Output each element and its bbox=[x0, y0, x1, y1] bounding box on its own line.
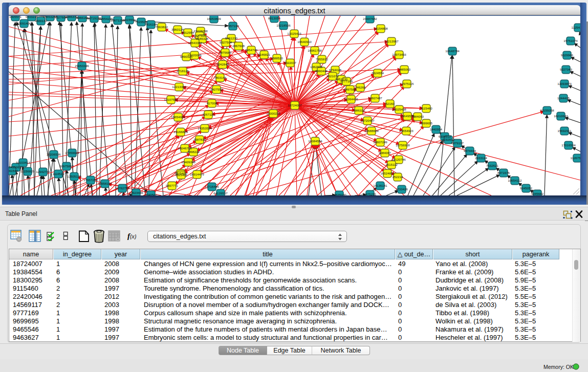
svg-text:10648784: 10648784 bbox=[445, 49, 460, 53]
svg-text:9245052: 9245052 bbox=[520, 186, 533, 190]
svg-text:1733426: 1733426 bbox=[396, 187, 408, 191]
svg-text:7625402: 7625402 bbox=[175, 173, 188, 177]
svg-text:252214: 252214 bbox=[393, 175, 403, 179]
svg-text:21364436: 21364436 bbox=[344, 97, 358, 101]
svg-text:417006: 417006 bbox=[207, 101, 217, 105]
svg-text:62160: 62160 bbox=[385, 102, 395, 105]
svg-text:8912954: 8912954 bbox=[182, 31, 194, 34]
svg-text:9240502: 9240502 bbox=[145, 193, 158, 195]
svg-text:8990448: 8990448 bbox=[315, 69, 328, 73]
svg-text:14353594: 14353594 bbox=[198, 126, 212, 130]
svg-text:24487682: 24487682 bbox=[363, 17, 377, 20]
svg-text:23091406: 23091406 bbox=[17, 21, 31, 25]
svg-text:64835030: 64835030 bbox=[332, 193, 346, 195]
svg-text:1440954: 1440954 bbox=[430, 127, 443, 131]
svg-text:1405571: 1405571 bbox=[9, 16, 22, 18]
svg-text:9777169: 9777169 bbox=[340, 79, 353, 83]
svg-text:9115460: 9115460 bbox=[420, 106, 432, 110]
svg-text:9427552: 9427552 bbox=[210, 87, 223, 91]
svg-text:18300215: 18300215 bbox=[266, 112, 280, 115]
svg-text:10654112: 10654112 bbox=[508, 179, 522, 182]
svg-text:7803144: 7803144 bbox=[214, 76, 227, 79]
svg-text:8471676: 8471676 bbox=[497, 171, 510, 174]
svg-text:29053346: 29053346 bbox=[75, 64, 89, 68]
svg-text:13325419: 13325419 bbox=[287, 32, 301, 35]
svg-text:12505135: 12505135 bbox=[67, 174, 81, 178]
svg-text:10107552: 10107552 bbox=[164, 98, 178, 101]
svg-text:2718126: 2718126 bbox=[177, 69, 189, 73]
svg-text:9600133: 9600133 bbox=[35, 19, 48, 23]
svg-text:3498222: 3498222 bbox=[187, 150, 200, 154]
svg-text:11267530: 11267530 bbox=[570, 156, 580, 160]
svg-text:5875685: 5875685 bbox=[219, 51, 232, 54]
svg-text:1114519: 1114519 bbox=[52, 172, 64, 176]
svg-text:7986322: 7986322 bbox=[353, 108, 365, 112]
svg-text:2867608: 2867608 bbox=[232, 44, 245, 48]
svg-text:1362615: 1362615 bbox=[310, 65, 323, 69]
svg-text:9084067: 9084067 bbox=[379, 151, 391, 155]
svg-text:15692911: 15692911 bbox=[557, 129, 572, 133]
svg-text:9699695: 9699695 bbox=[420, 121, 433, 125]
svg-text:23226058: 23226058 bbox=[193, 29, 208, 33]
svg-text:7663822: 7663822 bbox=[156, 25, 168, 29]
svg-text:1615112: 1615112 bbox=[385, 163, 398, 166]
svg-text:18807249: 18807249 bbox=[373, 140, 387, 144]
svg-text:16640910: 16640910 bbox=[297, 40, 312, 43]
svg-text:10120746: 10120746 bbox=[391, 158, 406, 161]
svg-text:15751074: 15751074 bbox=[563, 39, 578, 42]
svg-text:9242848: 9242848 bbox=[216, 62, 229, 66]
svg-text:18724007: 18724007 bbox=[288, 103, 302, 107]
svg-text:9329966: 9329966 bbox=[561, 53, 574, 57]
svg-text:10756928: 10756928 bbox=[396, 143, 410, 147]
svg-text:9245682: 9245682 bbox=[531, 192, 544, 195]
svg-text:3624554: 3624554 bbox=[372, 71, 384, 75]
svg-text:7485063: 7485063 bbox=[398, 68, 411, 71]
svg-text:16210643: 16210643 bbox=[554, 114, 568, 118]
svg-text:9474444: 9474444 bbox=[464, 149, 476, 152]
svg-text:16053809: 16053809 bbox=[207, 17, 221, 20]
svg-text:7984063: 7984063 bbox=[411, 115, 424, 118]
svg-text:8813054: 8813054 bbox=[268, 16, 281, 20]
svg-text:746266: 746266 bbox=[355, 85, 366, 89]
svg-text:11156829: 11156829 bbox=[21, 169, 35, 173]
svg-text:5461230: 5461230 bbox=[225, 36, 238, 40]
svg-text:4192832: 4192832 bbox=[442, 138, 455, 141]
svg-text:2933114: 2933114 bbox=[475, 156, 487, 160]
svg-text:10958107: 10958107 bbox=[98, 182, 112, 185]
svg-text:9227343: 9227343 bbox=[560, 68, 573, 71]
svg-text:16154808: 16154808 bbox=[374, 27, 388, 30]
svg-text:16914479: 16914479 bbox=[190, 172, 204, 176]
svg-text:6497568: 6497568 bbox=[344, 87, 357, 91]
svg-text:9890124: 9890124 bbox=[180, 55, 193, 58]
svg-text:32159358: 32159358 bbox=[540, 108, 554, 112]
svg-text:7357224: 7357224 bbox=[227, 24, 239, 28]
svg-text:17957253: 17957253 bbox=[83, 178, 98, 182]
svg-text:10025438: 10025438 bbox=[392, 107, 406, 111]
svg-text:19218506: 19218506 bbox=[276, 24, 291, 27]
svg-text:14350613: 14350613 bbox=[9, 165, 23, 169]
svg-text:12923446: 12923446 bbox=[129, 191, 143, 194]
svg-text:10807487: 10807487 bbox=[368, 96, 382, 100]
svg-text:1244415: 1244415 bbox=[557, 96, 570, 100]
svg-text:19166825: 19166825 bbox=[173, 130, 188, 134]
svg-text:19654935: 19654935 bbox=[171, 115, 185, 119]
svg-text:12093873: 12093873 bbox=[557, 82, 572, 85]
svg-text:9146821: 9146821 bbox=[258, 53, 271, 56]
svg-text:16524851: 16524851 bbox=[380, 171, 395, 175]
svg-text:1391544: 1391544 bbox=[9, 169, 18, 172]
svg-text:3587834: 3587834 bbox=[193, 138, 206, 141]
svg-text:7955812: 7955812 bbox=[316, 57, 329, 61]
svg-text:30975867: 30975867 bbox=[59, 164, 74, 168]
svg-text:0433218: 0433218 bbox=[26, 16, 38, 18]
svg-text:12213369: 12213369 bbox=[172, 85, 186, 89]
svg-text:17016504: 17016504 bbox=[561, 143, 576, 147]
svg-text:6794028: 6794028 bbox=[329, 68, 342, 72]
svg-text:64139537: 64139537 bbox=[213, 191, 228, 195]
svg-text:6475255: 6475255 bbox=[364, 192, 377, 195]
svg-text:7632621: 7632621 bbox=[486, 164, 499, 167]
svg-text:3267110: 3267110 bbox=[202, 113, 214, 116]
svg-text:16961758: 16961758 bbox=[308, 49, 322, 52]
svg-text:93103413: 93103413 bbox=[16, 161, 30, 164]
svg-text:1588520: 1588520 bbox=[271, 56, 284, 60]
svg-text:16046708: 16046708 bbox=[178, 146, 192, 150]
